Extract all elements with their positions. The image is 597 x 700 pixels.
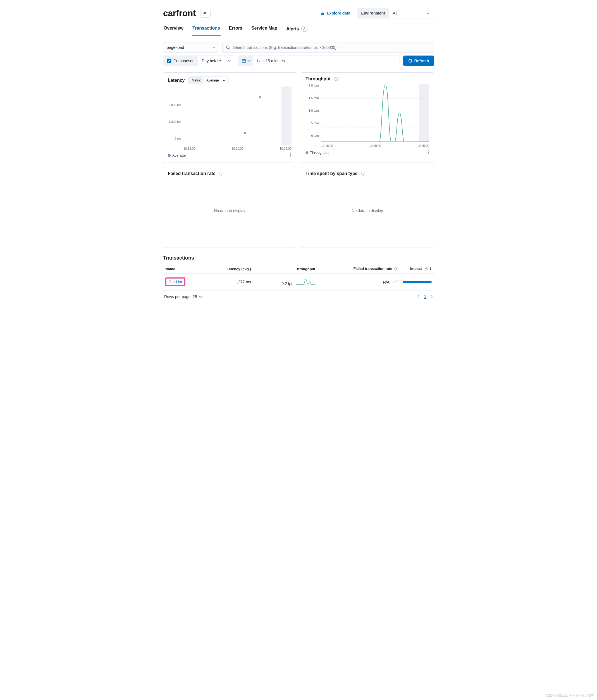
throughput-line	[321, 84, 429, 142]
tab-overview[interactable]: Overview	[163, 23, 184, 36]
refresh-label: Refresh	[414, 58, 429, 63]
svg-point-4	[428, 150, 429, 151]
chevron-down-icon	[247, 59, 250, 62]
col-throughput[interactable]: Throughput	[253, 264, 317, 274]
latency-metric-label: Metric	[189, 77, 204, 84]
latency-metric-select[interactable]: Metric Average	[189, 76, 229, 84]
latency-chart[interactable]: . 2,000 ms 1,000 ms 0 ms	[168, 86, 291, 145]
help-icon[interactable]: ?	[361, 172, 365, 176]
pagination: 1	[417, 295, 433, 299]
current-page[interactable]: 1	[424, 295, 426, 299]
y-tick: 2.0 tpm	[306, 84, 319, 87]
latency-metric-value: Average	[206, 78, 219, 82]
y-tick: 0 ms	[168, 137, 181, 140]
explore-data-link[interactable]: Explore data	[320, 11, 350, 15]
y-tick: 1,000 ms	[168, 120, 181, 123]
y-tick: 1.5 tpm	[306, 96, 319, 100]
chart-shade	[282, 86, 291, 145]
cell-failed: N/A	[383, 280, 389, 284]
y-tick: 2,000 ms	[168, 103, 181, 107]
chevron-down-icon	[222, 79, 225, 82]
next-page-button[interactable]	[430, 295, 433, 299]
sort-desc-icon	[429, 267, 432, 270]
tab-alerts[interactable]: Alerts	[286, 23, 308, 36]
info-icon[interactable]	[290, 153, 291, 158]
svg-rect-1	[242, 59, 245, 62]
table-row: Car List 1,277 ms 0.2 tpm N/A	[163, 274, 434, 291]
data-point[interactable]	[259, 96, 261, 98]
col-failed-label: Failed transaction rate	[354, 267, 392, 271]
rows-per-page-select[interactable]: Rows per page: 25	[164, 295, 202, 299]
svg-rect-5	[428, 152, 429, 154]
info-icon[interactable]	[428, 150, 429, 155]
col-name[interactable]: Name	[163, 264, 205, 274]
impact-bar	[403, 281, 432, 283]
throughput-chart[interactable]: 2.0 tpm 1.5 tpm 1.0 tpm 0.5 tpm 0 tpm	[306, 84, 429, 142]
col-failed[interactable]: Failed transaction rate ?	[317, 264, 400, 274]
refresh-button[interactable]: Refresh	[403, 55, 434, 66]
throughput-panel: Throughput ? 2.0 tpm 1.5 tpm 1.0 tpm 0.5…	[301, 72, 434, 162]
svg-rect-3	[290, 154, 291, 156]
comparison-range-value: Day before	[201, 58, 221, 63]
failed-rate-panel: Failed transaction rate ? No data to dis…	[163, 167, 296, 248]
svg-point-0	[226, 46, 229, 49]
help-icon[interactable]: ?	[219, 172, 223, 176]
data-point[interactable]	[244, 132, 246, 134]
tabs: Overview Transactions Errors Service Map…	[163, 23, 434, 36]
transaction-type-select[interactable]: page-load	[163, 42, 219, 53]
chevron-down-icon	[199, 295, 202, 298]
page-title: carfront	[163, 8, 196, 19]
transaction-name-link[interactable]: Car List	[169, 280, 182, 284]
legend-swatch	[168, 154, 171, 157]
svg-point-2	[290, 153, 291, 154]
environment-value: All	[393, 11, 397, 15]
x-tick: 10:15:00	[321, 144, 333, 147]
comparison-range-select[interactable]: Day before	[198, 56, 235, 66]
failed-rate-title: Failed transaction rate	[168, 171, 216, 176]
rows-per-page-label: Rows per page: 25	[164, 295, 197, 299]
x-tick: 10:15:00	[184, 147, 195, 150]
tab-errors[interactable]: Errors	[229, 23, 243, 36]
col-latency[interactable]: Latency (avg.)	[205, 264, 253, 274]
prev-page-button[interactable]	[417, 295, 420, 299]
comparison-control[interactable]: Comparison Day before	[163, 55, 235, 66]
latency-legend: Average	[172, 153, 186, 157]
span-time-title: Time spent by span type	[306, 171, 357, 176]
y-tick: 0.5 tpm	[306, 121, 319, 125]
col-impact-label: Impact	[410, 267, 422, 271]
transactions-table: Name Latency (avg.) Throughput Failed tr…	[163, 264, 434, 291]
transaction-type-value: page-load	[167, 45, 184, 50]
agent-badge: JS	[200, 9, 211, 18]
bar-chart-icon	[320, 11, 325, 15]
date-range-picker[interactable]: Last 15 minutes	[238, 55, 400, 66]
x-tick: 10:20:00	[232, 147, 243, 150]
x-tick: 10:25:00	[417, 144, 429, 147]
x-tick: 10:25:00	[280, 147, 291, 150]
help-icon[interactable]: ?	[335, 77, 338, 81]
environment-label: Environment	[357, 8, 389, 18]
throughput-sparkline	[296, 278, 315, 285]
search-input[interactable]: Search transactions (E.g. transaction.du…	[222, 42, 434, 53]
help-icon[interactable]: ?	[394, 267, 398, 271]
chevron-down-icon	[212, 46, 215, 49]
search-icon	[226, 45, 230, 50]
no-data-message: No data to display	[168, 178, 291, 243]
throughput-title: Throughput	[306, 76, 331, 81]
beaker-icon	[301, 26, 307, 32]
no-data-message: No data to display	[306, 178, 429, 243]
col-impact[interactable]: Impact ?	[400, 264, 434, 274]
trend-icon	[393, 280, 398, 284]
tab-transactions[interactable]: Transactions	[192, 23, 221, 36]
span-time-panel: Time spent by span type ? No data to dis…	[301, 167, 434, 248]
cell-latency: 1,277 ms	[205, 274, 253, 291]
environment-selector[interactable]: Environment All	[357, 8, 434, 19]
date-range-value: Last 15 minutes	[253, 56, 400, 66]
transaction-highlight: Car List	[165, 277, 185, 286]
legend-swatch	[306, 151, 308, 154]
help-icon[interactable]: ?	[424, 267, 428, 271]
latency-panel: Latency Metric Average . 2,000 ms 1,000 …	[163, 72, 296, 162]
calendar-icon	[241, 58, 246, 63]
tab-service-map[interactable]: Service Map	[251, 23, 278, 36]
x-tick: 10:20:00	[369, 144, 381, 147]
comparison-checkbox[interactable]	[167, 58, 171, 63]
